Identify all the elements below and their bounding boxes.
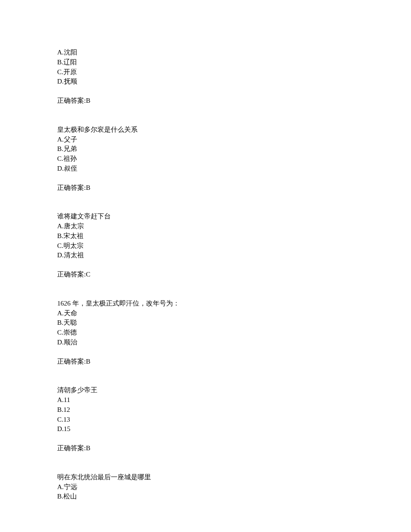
question-block-6: 明在东北统治最后一座城是哪里 A.宁远 B.松山 (57, 473, 411, 502)
option-c: C.崇德 (57, 328, 411, 338)
question-text: 谁将建文帝赶下台 (57, 212, 411, 222)
option-c: C.13 (57, 415, 411, 425)
option-a: A.11 (57, 395, 411, 405)
option-a: A.沈阳 (57, 48, 411, 58)
question-text: 清朝多少帝王 (57, 385, 411, 395)
option-d: D.叔侄 (57, 164, 411, 174)
question-text: 皇太极和多尔衮是什么关系 (57, 125, 411, 135)
option-d: D.清太祖 (57, 251, 411, 260)
option-c: C.明太宗 (57, 241, 411, 251)
option-b: B.12 (57, 405, 411, 415)
correct-answer: 正确答案:B (57, 444, 411, 453)
option-a: A.唐太宗 (57, 222, 411, 231)
option-b: B.兄弟 (57, 144, 411, 154)
correct-answer: 正确答案:C (57, 270, 411, 280)
option-a: A.父子 (57, 135, 411, 145)
correct-answer: 正确答案:B (57, 357, 411, 367)
option-b: B.宋太祖 (57, 231, 411, 241)
question-block-1: A.沈阳 B.辽阳 C.开原 D.抚顺 正确答案:B (57, 48, 411, 106)
option-d: D.顺治 (57, 338, 411, 348)
option-c: C.祖孙 (57, 154, 411, 164)
question-block-4: 1626 年，皇太极正式即汗位，改年号为： A.天命 B.天聪 C.崇德 D.顺… (57, 299, 411, 367)
option-a: A.天命 (57, 309, 411, 318)
option-b: B.辽阳 (57, 58, 411, 67)
question-text: 明在东北统治最后一座城是哪里 (57, 473, 411, 482)
question-block-2: 皇太极和多尔衮是什么关系 A.父子 B.兄弟 C.祖孙 D.叔侄 正确答案:B (57, 125, 411, 193)
option-c: C.开原 (57, 67, 411, 77)
question-block-5: 清朝多少帝王 A.11 B.12 C.13 D.15 正确答案:B (57, 385, 411, 453)
option-b: B.天聪 (57, 318, 411, 328)
option-a: A.宁远 (57, 482, 411, 492)
question-text: 1626 年，皇太极正式即汗位，改年号为： (57, 299, 411, 309)
question-block-3: 谁将建文帝赶下台 A.唐太宗 B.宋太祖 C.明太宗 D.清太祖 正确答案:C (57, 212, 411, 280)
correct-answer: 正确答案:B (57, 96, 411, 106)
option-d: D.15 (57, 424, 411, 434)
option-d: D.抚顺 (57, 77, 411, 87)
correct-answer: 正确答案:B (57, 183, 411, 193)
option-b: B.松山 (57, 492, 411, 502)
